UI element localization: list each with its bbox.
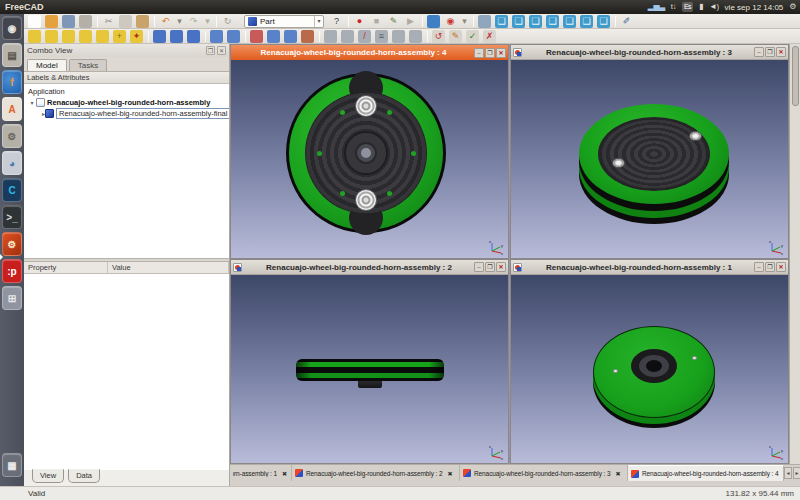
close-icon[interactable]: ✕ bbox=[776, 262, 786, 272]
view-top-icon[interactable]: ❑ bbox=[529, 15, 542, 28]
expand-caret-icon[interactable]: ▾ bbox=[28, 99, 36, 106]
session-gear-icon[interactable]: ⚙ bbox=[789, 0, 796, 14]
part-ruled-surface-icon[interactable] bbox=[301, 30, 314, 43]
terminal[interactable]: >_ bbox=[2, 205, 22, 229]
redo-menu-arrow[interactable]: ▾ bbox=[204, 15, 211, 28]
viewport-3-canvas[interactable]: z y x bbox=[511, 60, 788, 258]
close-tab-icon[interactable]: ✖ bbox=[446, 469, 453, 478]
file-manager[interactable]: ▤ bbox=[2, 43, 22, 67]
undo-menu-arrow[interactable]: ▾ bbox=[176, 15, 183, 28]
restore-icon[interactable]: ❐ bbox=[765, 262, 775, 272]
text-input-icon[interactable]: t↓ bbox=[671, 0, 676, 14]
property-grid[interactable] bbox=[24, 274, 229, 470]
part-offset-icon[interactable] bbox=[392, 30, 405, 43]
close-icon[interactable]: ✕ bbox=[496, 48, 506, 58]
part-cylinder-icon[interactable] bbox=[45, 30, 58, 43]
c-app[interactable]: C bbox=[2, 178, 22, 202]
dock-close-icon[interactable]: ✕ bbox=[217, 46, 226, 55]
firefox[interactable]: f bbox=[2, 70, 22, 94]
system-monitor-icon[interactable]: ▂▅▃ bbox=[648, 0, 665, 14]
macro-menu-arrow[interactable]: ▾ bbox=[461, 15, 468, 28]
viewport-4-titlebar[interactable]: Renacuajo-wheel-big-rounded-horn-assembl… bbox=[231, 45, 508, 60]
viewport-1-canvas[interactable]: z y x bbox=[511, 275, 788, 463]
wheel-isometric-view[interactable] bbox=[569, 96, 739, 226]
part-torus-icon[interactable] bbox=[96, 30, 109, 43]
part-check-geometry-icon[interactable]: ✓ bbox=[466, 30, 479, 43]
view-rear-icon[interactable]: ❑ bbox=[563, 15, 576, 28]
part-revolve-icon[interactable] bbox=[227, 30, 240, 43]
close-tab-icon[interactable]: ✖ bbox=[614, 469, 621, 478]
tab-scroll-right-icon[interactable]: ▸ bbox=[793, 467, 800, 479]
minimize-icon[interactable]: – bbox=[754, 47, 764, 57]
new-file-icon[interactable] bbox=[28, 15, 41, 28]
workbench-selector[interactable]: Part ▾ bbox=[244, 15, 324, 28]
part-cut-icon[interactable] bbox=[170, 30, 183, 43]
close-icon[interactable]: ✕ bbox=[496, 262, 506, 272]
tab-model[interactable]: Model bbox=[27, 59, 67, 71]
part-defeaturing-icon[interactable]: ✗ bbox=[483, 30, 496, 43]
macro-edit-icon[interactable]: ✎ bbox=[387, 15, 400, 28]
system-settings[interactable]: ⚙ bbox=[2, 124, 22, 148]
tree-item-assembly-final[interactable]: ▸ Renacuajo-wheel-big-rounded-horn-assem… bbox=[28, 108, 229, 119]
trash[interactable]: ▦ bbox=[2, 453, 22, 477]
part-cone-icon[interactable] bbox=[79, 30, 92, 43]
workspace-switcher[interactable]: ⊞ bbox=[2, 286, 22, 310]
combo-arrow-icon[interactable]: ▾ bbox=[314, 16, 323, 27]
minimize-icon[interactable]: – bbox=[474, 262, 484, 272]
scrollbar-thumb[interactable] bbox=[792, 46, 799, 106]
window-tab-4[interactable]: Renacuajo-wheel-big-rounded-horn-assembl… bbox=[628, 465, 784, 481]
viewport-4-canvas[interactable]: z y x bbox=[231, 60, 508, 258]
restore-icon[interactable]: ❐ bbox=[485, 262, 495, 272]
part-box-icon[interactable] bbox=[28, 30, 41, 43]
window-tab-3[interactable]: Renacuajo-wheel-big-rounded-horn-assembl… bbox=[460, 465, 628, 481]
close-tab-icon[interactable]: ✖ bbox=[281, 469, 288, 478]
macro-stop-icon[interactable]: ■ bbox=[370, 15, 383, 28]
clock[interactable]: vie sep 12 14:05 bbox=[725, 3, 784, 12]
restore-icon[interactable]: ❐ bbox=[485, 48, 495, 58]
viewport-2-canvas[interactable]: z y x bbox=[231, 275, 508, 463]
dash-home-button[interactable]: ◉ bbox=[2, 16, 22, 40]
tab-view[interactable]: View bbox=[32, 469, 64, 483]
tab-data[interactable]: Data bbox=[68, 469, 100, 483]
measure-distance-icon[interactable]: ✐ bbox=[620, 15, 633, 28]
part-extrude-icon[interactable] bbox=[210, 30, 223, 43]
part-chamfer-icon[interactable] bbox=[284, 30, 297, 43]
restore-icon[interactable]: ❐ bbox=[765, 47, 775, 57]
part-sphere-icon[interactable] bbox=[62, 30, 75, 43]
part-shapebuilder-icon[interactable]: ✦ bbox=[130, 30, 143, 43]
part-refine-shape-icon[interactable]: ✎ bbox=[449, 30, 462, 43]
macro-record-icon[interactable]: ● bbox=[353, 15, 366, 28]
viewport-1-titlebar[interactable]: Renacuajo-wheel-big-rounded-horn-assembl… bbox=[511, 260, 788, 275]
part-fuse-icon[interactable] bbox=[187, 30, 200, 43]
freecad[interactable]: ⚙ bbox=[2, 232, 22, 256]
battery-icon[interactable]: ▮ bbox=[699, 0, 703, 14]
print-icon[interactable] bbox=[79, 15, 92, 28]
refresh-icon[interactable]: ↻ bbox=[221, 15, 234, 28]
dock-float-icon[interactable]: ❐ bbox=[206, 46, 215, 55]
copy-icon[interactable] bbox=[119, 15, 132, 28]
redo-icon[interactable]: ↷ bbox=[187, 15, 200, 28]
tab-scroll-left-icon[interactable]: ◂ bbox=[784, 467, 792, 479]
part-loft-icon[interactable] bbox=[324, 30, 337, 43]
minimize-icon[interactable]: – bbox=[474, 48, 484, 58]
cut-icon[interactable]: ✂ bbox=[102, 15, 115, 28]
paste-icon[interactable] bbox=[136, 15, 149, 28]
window-tab-2[interactable]: Renacuajo-wheel-big-rounded-horn-assembl… bbox=[292, 465, 460, 481]
view-left-icon[interactable]: ❑ bbox=[597, 15, 610, 28]
minimize-icon[interactable]: – bbox=[754, 262, 764, 272]
part-section-icon[interactable]: / bbox=[358, 30, 371, 43]
part-fillet-icon[interactable] bbox=[267, 30, 280, 43]
part-sweep-icon[interactable] bbox=[341, 30, 354, 43]
tree-root[interactable]: Application bbox=[28, 86, 229, 97]
viewport-2-titlebar[interactable]: Renacuajo-wheel-big-rounded-horn-assembl… bbox=[231, 260, 508, 275]
save-file-icon[interactable] bbox=[62, 15, 75, 28]
appearance-icon[interactable] bbox=[427, 15, 440, 28]
pronterface[interactable]: :p bbox=[2, 259, 22, 283]
window-tab-1[interactable]: Renacuajo-wheel-big-rounded-horn-assembl… bbox=[230, 465, 292, 481]
close-icon[interactable]: ✕ bbox=[776, 47, 786, 57]
part-reverse-shape-icon[interactable]: ↺ bbox=[432, 30, 445, 43]
macro-play-icon[interactable]: ▶ bbox=[404, 15, 417, 28]
part-cross-sections-icon[interactable]: ≡ bbox=[375, 30, 388, 43]
view-front-icon[interactable]: ❑ bbox=[512, 15, 525, 28]
part-primitives-icon[interactable]: + bbox=[113, 30, 126, 43]
